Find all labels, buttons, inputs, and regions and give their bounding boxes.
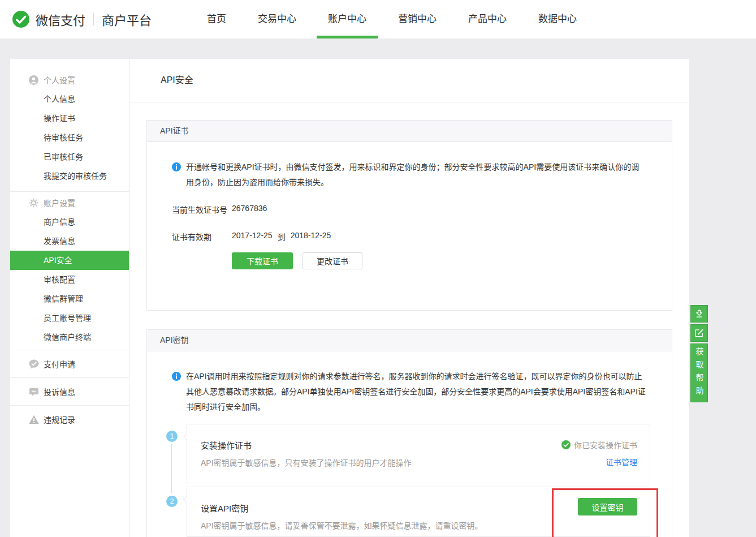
cert-validity-from: 2017-12-25 <box>232 231 273 242</box>
nav-marketing-center[interactable]: 营销中心 <box>387 0 448 38</box>
set-key-button[interactable]: 设置密钥 <box>578 498 637 515</box>
chat-check-icon <box>29 359 39 369</box>
sidebar-item-violation-record[interactable]: 违规记录 <box>10 405 129 433</box>
sidebar-header-label: 个人设置 <box>44 74 75 85</box>
sidebar-header-label: 账户设置 <box>44 197 75 208</box>
main-content: API安全 API证书 开通帐号和更换API证书时，由微信支付签发，用来标识和界… <box>129 59 689 537</box>
cert-validity-to: 2018-12-25 <box>291 231 331 242</box>
sidebar-item-label: 投诉信息 <box>44 386 75 397</box>
step-connector-line <box>171 444 172 493</box>
page: 微信支付 商户平台 首页 交易中心 账户中心 营销中心 产品中心 数据中心 个人… <box>0 0 756 537</box>
cert-info-row: 开通帐号和更换API证书时，由微信支付签发，用来标识和界定你的身份；部分安全性要… <box>172 160 647 190</box>
step-box-notch <box>183 496 191 503</box>
sidebar-header-account-settings[interactable]: 账户设置 <box>10 193 129 212</box>
get-help-button[interactable]: 获取帮助 <box>690 343 708 402</box>
cert-validity-label: 证书有效期 <box>172 231 232 242</box>
floating-toolbar: 获取帮助 <box>690 305 708 402</box>
step-1-status: 你已安装操作证书 <box>561 439 637 450</box>
sidebar: 个人设置 个人信息 操作证书 待审核任务 已审核任务 我提交的审核任务 <box>10 59 129 537</box>
cert-number-row: 当前生效证书号 26767836 <box>172 204 672 215</box>
cert-validity-row: 证书有效期 2017-12-25 到 2018-12-25 <box>172 231 672 242</box>
gear-icon <box>29 198 38 208</box>
nav-product-center[interactable]: 产品中心 <box>457 0 518 38</box>
warning-triangle-icon <box>29 415 39 424</box>
logo-text-secondary: 商户平台 <box>102 10 152 28</box>
api-key-panel-title: API密钥 <box>147 330 672 351</box>
step-2-badge: 2 <box>166 496 178 507</box>
page-title: API安全 <box>129 59 689 102</box>
sidebar-item-staff-account-mgmt[interactable]: 员工账号管理 <box>10 308 129 328</box>
step-box-notch <box>183 433 191 440</box>
sidebar-item-operation-cert[interactable]: 操作证书 <box>10 109 129 128</box>
cert-management-link[interactable]: 证书管理 <box>606 456 637 467</box>
step-1-install-cert-box: 安装操作证书 API密钥属于敏感信息，只有安装了操作证书的用户才能操作 你已安装… <box>187 424 650 483</box>
sidebar-item-api-security[interactable]: API安全 <box>10 251 129 270</box>
edit-float-button[interactable] <box>690 324 708 342</box>
logo-separator <box>93 13 94 25</box>
step-1-status-text: 你已安装操作证书 <box>574 439 637 450</box>
sidebar-item-personal-info[interactable]: 个人信息 <box>10 89 129 109</box>
user-icon <box>29 75 38 85</box>
sidebar-item-wechat-merchant-terminal[interactable]: 微信商户终端 <box>10 328 129 347</box>
step-2-set-key-box: 设置API密钥 API密钥属于敏感信息，请妥善保管不要泄露，如果怀疑信息泄露，请… <box>187 487 650 537</box>
check-circle-icon <box>561 440 571 449</box>
cert-buttons-row: 下载证书 更改证书 <box>232 252 672 269</box>
nav-home[interactable]: 首页 <box>196 0 237 38</box>
wechat-pay-logo-icon <box>12 11 29 28</box>
cert-validity-word: 到 <box>278 231 286 242</box>
sidebar-group-personal: 个人设置 个人信息 操作证书 待审核任务 已审核任务 我提交的审核任务 <box>10 59 129 186</box>
change-cert-button[interactable]: 更改证书 <box>303 252 362 269</box>
sidebar-group-account: 账户设置 商户信息 发票信息 API安全 审核配置 微信群管理 员工账号管理 微… <box>10 191 129 347</box>
api-cert-panel: API证书 开通帐号和更换API证书时，由微信支付签发，用来标识和界定你的身份；… <box>146 120 672 311</box>
message-bubble-icon <box>29 387 39 397</box>
key-info-row: 在API调用时用来按照指定规则对你的请求参数进行签名，服务器收到你的请求时会进行… <box>172 369 647 415</box>
step-1-desc: API密钥属于敏感信息，只有安装了操作证书的用户才能操作 <box>201 457 650 468</box>
sidebar-item-label: 支付申请 <box>44 358 75 370</box>
step-1-badge: 1 <box>166 431 178 442</box>
sidebar-item-my-submitted-review[interactable]: 我提交的审核任务 <box>10 166 129 186</box>
edit-icon <box>694 328 704 338</box>
info-circle-icon <box>172 162 181 171</box>
sidebar-header-personal-settings[interactable]: 个人设置 <box>10 70 129 89</box>
sidebar-item-invoice-info[interactable]: 发票信息 <box>10 231 129 251</box>
nav-data-center[interactable]: 数据中心 <box>527 0 588 38</box>
sidebar-item-complaint-info[interactable]: 投诉信息 <box>10 377 129 405</box>
download-icon <box>694 309 704 319</box>
download-float-button[interactable] <box>690 305 708 323</box>
info-circle-icon <box>172 372 181 381</box>
cert-number-value: 26767836 <box>232 204 267 215</box>
sidebar-item-wechat-group-mgmt[interactable]: 微信群管理 <box>10 289 129 308</box>
key-info-text: 在API调用时用来按照指定规则对你的请求参数进行签名，服务器收到你的请求时会进行… <box>186 369 647 415</box>
nav-transaction-center[interactable]: 交易中心 <box>247 0 308 38</box>
api-key-panel: API密钥 在API调用时用来按照指定规则对你的请求参数进行签名，服务器收到你的… <box>146 329 672 537</box>
top-header: 微信支付 商户平台 首页 交易中心 账户中心 营销中心 产品中心 数据中心 <box>0 0 756 38</box>
download-cert-button[interactable]: 下载证书 <box>232 252 293 269</box>
api-key-panel-body: 在API调用时用来按照指定规则对你的请求参数进行签名，服务器收到你的请求时会进行… <box>147 369 672 537</box>
sidebar-item-label: 违规记录 <box>44 414 75 425</box>
sidebar-item-merchant-info[interactable]: 商户信息 <box>10 212 129 231</box>
api-cert-panel-title: API证书 <box>147 121 672 142</box>
nav-account-center[interactable]: 账户中心 <box>317 0 378 38</box>
cert-number-label: 当前生效证书号 <box>172 204 232 215</box>
sidebar-item-pending-review[interactable]: 待审核任务 <box>10 128 129 147</box>
sidebar-item-reviewed[interactable]: 已审核任务 <box>10 147 129 166</box>
key-steps: 1 2 安装操作证书 API密钥属于敏感信息，只有安装了操作证书的用户才能操作 <box>147 424 672 537</box>
logo: 微信支付 商户平台 <box>12 10 152 28</box>
step-2-desc: API密钥属于敏感信息，请妥善保管不要泄露，如果怀疑信息泄露，请重设密钥。 <box>201 519 650 531</box>
top-nav: 首页 交易中心 账户中心 营销中心 产品中心 数据中心 <box>191 0 593 38</box>
sidebar-item-payment-application[interactable]: 支付申请 <box>10 350 129 377</box>
cert-info-text: 开通帐号和更换API证书时，由微信支付签发，用来标识和界定你的身份；部分安全性要… <box>186 160 647 190</box>
api-cert-panel-body: 开通帐号和更换API证书时，由微信支付签发，用来标识和界定你的身份；部分安全性要… <box>147 160 672 310</box>
logo-text-primary: 微信支付 <box>36 10 85 28</box>
sidebar-item-review-config[interactable]: 审核配置 <box>10 270 129 289</box>
